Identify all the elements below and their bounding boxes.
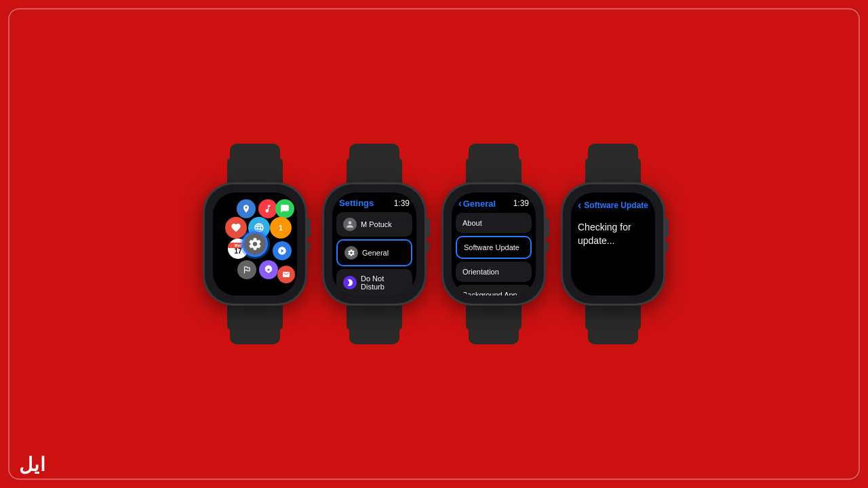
watch-2-band-top [349, 144, 399, 184]
watch-3-band-top [469, 144, 519, 184]
watch-1-band-top [230, 144, 280, 184]
watch-3-screen: ‹ General 1:39 About Software Update [452, 192, 536, 296]
watch-2-band-bottom [349, 304, 399, 344]
podcast-app[interactable] [259, 260, 278, 279]
general-title: General [463, 199, 496, 209]
music-app[interactable] [258, 199, 277, 218]
general-time: 1:39 [513, 199, 529, 208]
watch-1-btn [306, 242, 310, 251]
watch-2-body: Settings 1:39 M Potuck [324, 184, 425, 304]
general-item-orientation[interactable]: Orientation [456, 262, 532, 282]
watch-1-crown [305, 218, 311, 237]
update-title-bar: ‹ Software Update [578, 199, 648, 211]
watch-3-band-bottom [469, 304, 519, 344]
onepw-app[interactable]: 1 [270, 217, 292, 239]
watch-3-body: ‹ General 1:39 About Software Update [443, 184, 544, 304]
general-title-bar: ‹ General 1:39 [452, 192, 536, 211]
logo-container: ایل [19, 453, 46, 476]
general-title-group: ‹ General [458, 198, 496, 209]
settings-title: Settings [339, 198, 374, 208]
general-item-bgrefresh[interactable]: Background App Refresh [456, 285, 532, 296]
general-item-about[interactable]: About [456, 213, 532, 233]
site-logo: ایل [19, 454, 46, 475]
general-item-about-label: About [462, 219, 482, 227]
general-item-software-update-label: Software Update [464, 243, 519, 251]
app-grid: 1 Wed 17 [213, 192, 297, 296]
settings-item-dnd[interactable]: Do Not Disturb [336, 269, 412, 296]
gear-icon [344, 246, 358, 260]
watch-4: ‹ Software Update Checking for update... [563, 144, 663, 344]
watch-4-btn [664, 242, 668, 251]
watch-1-body: 1 Wed 17 [205, 184, 305, 304]
watch-3: ‹ General 1:39 About Software Update [443, 144, 544, 344]
update-checking-text: Checking for update... [578, 221, 648, 247]
watch-4-band-top [588, 144, 638, 184]
watch-1-band-bottom [230, 304, 280, 344]
watch-4-crown [663, 218, 669, 237]
general-screen: ‹ General 1:39 About Software Update [452, 192, 536, 296]
settings-item-dnd-label: Do Not Disturb [361, 274, 406, 291]
health-app[interactable] [225, 217, 247, 239]
general-item-orientation-label: Orientation [462, 268, 499, 276]
watch-4-body: ‹ Software Update Checking for update... [563, 184, 663, 304]
watch-3-crown [544, 218, 549, 237]
watch-2-screen: Settings 1:39 M Potuck [332, 192, 416, 296]
moon-icon [343, 276, 357, 289]
watch-1-screen: 1 Wed 17 [213, 192, 297, 296]
maps-app[interactable] [237, 199, 256, 218]
watch-2-btn [425, 242, 429, 251]
watch-2: Settings 1:39 M Potuck [324, 144, 425, 344]
watch-2-crown [425, 218, 430, 237]
mountain-app[interactable] [237, 260, 256, 279]
settings-item-general[interactable]: General [336, 239, 412, 266]
settings-time: 1:39 [394, 199, 410, 208]
settings-item-potuck[interactable]: M Potuck [336, 212, 412, 237]
update-screen: ‹ Software Update Checking for update... [571, 192, 655, 296]
back-chevron-icon[interactable]: ‹ [458, 198, 462, 209]
watches-container: 1 Wed 17 [191, 130, 677, 358]
messages-app[interactable] [275, 199, 294, 218]
settings-item-potuck-label: M Potuck [361, 220, 392, 228]
watch-4-band-bottom [588, 304, 638, 344]
watch-4-screen: ‹ Software Update Checking for update... [571, 192, 655, 296]
avatar-icon [343, 218, 357, 231]
watch-1: 1 Wed 17 [205, 144, 305, 344]
compass-app[interactable] [273, 241, 292, 260]
settings-screen: Settings 1:39 M Potuck [332, 192, 416, 296]
email-app[interactable] [277, 266, 295, 283]
update-screen-title: Software Update [584, 201, 648, 210]
general-item-software-update[interactable]: Software Update [456, 236, 532, 259]
settings-title-bar: Settings 1:39 [332, 192, 416, 211]
settings-item-general-label: General [362, 249, 389, 257]
watch-3-btn [545, 242, 549, 251]
general-item-bgrefresh-label: Background App Refresh [462, 291, 525, 296]
update-back-chevron-icon[interactable]: ‹ [578, 199, 581, 211]
settings-app-highlighted[interactable] [242, 231, 268, 257]
